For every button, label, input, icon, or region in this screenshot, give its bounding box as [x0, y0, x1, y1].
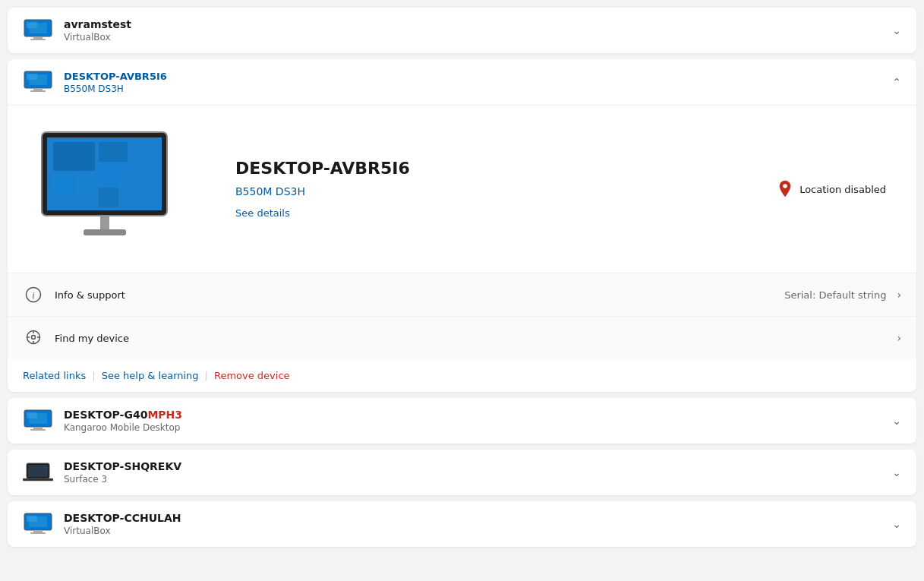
info-support-chevron-icon: ›	[897, 289, 901, 301]
info-support-label: Info & support	[55, 289, 784, 301]
device-card-avramstest: avramstest VirtualBox ⌄	[8, 8, 916, 53]
device-model: VirtualBox	[64, 32, 131, 43]
find-device-chevron-icon: ›	[897, 332, 901, 344]
device-model-cchulah: VirtualBox	[64, 526, 181, 536]
device-header-left-g40mph3: DESKTOP-G40MPH3 Kangaroo Mobile Desktop	[23, 409, 182, 433]
svg-rect-16	[99, 165, 128, 185]
chevron-down-icon-cchulah: ⌄	[892, 518, 901, 530]
svg-rect-14	[76, 174, 96, 194]
monitor-illustration	[38, 128, 190, 250]
svg-rect-17	[99, 188, 118, 207]
links-row: Related links | See help & learning | Re…	[8, 359, 916, 392]
location-section: Location disabled	[777, 179, 886, 199]
device-model-g40mph3: Kangaroo Mobile Desktop	[64, 422, 182, 433]
see-help-learning-link[interactable]: See help & learning	[102, 370, 199, 381]
desktop-icon-cchulah	[23, 512, 53, 536]
device-card-desktop-g40mph3: DESKTOP-G40MPH3 Kangaroo Mobile Desktop …	[8, 398, 916, 444]
svg-text:i: i	[32, 290, 34, 301]
device-name-cchulah: DESKTOP-CCHULAH	[64, 512, 181, 524]
info-support-value: Serial: Default string	[784, 289, 886, 301]
device-header-desktop-avbr5i6[interactable]: DESKTOP-AVBR5I6 B550M DS3H ⌃	[8, 59, 916, 106]
see-details-link[interactable]: See details	[235, 207, 290, 219]
separator-1: |	[92, 370, 95, 381]
svg-rect-31	[27, 412, 37, 418]
svg-rect-2	[27, 22, 37, 28]
svg-rect-19	[84, 229, 126, 235]
device-header-cchulah[interactable]: DESKTOP-CCHULAH VirtualBox ⌄	[8, 501, 916, 547]
svg-point-20	[783, 184, 787, 188]
desktop-icon	[23, 18, 53, 43]
info-support-row[interactable]: i Info & support Serial: Default string …	[8, 273, 916, 317]
svg-rect-40	[33, 530, 43, 532]
device-header-shqrekv[interactable]: DESKTOP-SHQREKV Surface 3 ⌄	[8, 450, 916, 495]
device-model-shqrekv: Surface 3	[64, 474, 181, 485]
device-model-name: B550M DS3H	[235, 185, 731, 197]
device-name-info: avramstest VirtualBox	[64, 18, 131, 43]
chevron-down-icon-shqrekv: ⌄	[892, 466, 901, 478]
device-card-desktop-avbr5i6: DESKTOP-AVBR5I6 B550M DS3H ⌃ DESKTOP-	[8, 59, 916, 392]
location-pin-icon	[777, 179, 793, 199]
device-card-desktop-shqrekv: DESKTOP-SHQREKV Surface 3 ⌄	[8, 450, 916, 495]
find-my-device-row[interactable]: Find my device ›	[8, 317, 916, 359]
device-header-left-shqrekv: DESKTOP-SHQREKV Surface 3	[23, 460, 181, 485]
device-card-desktop-cchulah: DESKTOP-CCHULAH VirtualBox ⌄	[8, 501, 916, 547]
desktop-icon-avbr5i6	[23, 70, 53, 94]
device-name-g40mph3: DESKTOP-G40MPH3	[64, 409, 182, 421]
svg-rect-13	[53, 174, 73, 194]
svg-rect-18	[100, 216, 109, 231]
find-device-label: Find my device	[55, 333, 897, 344]
svg-rect-41	[30, 532, 46, 534]
device-name-shqrekv: DESKTOP-SHQREKV	[64, 460, 181, 472]
device-name-info-shqrekv: DESKTOP-SHQREKV Surface 3	[64, 460, 181, 485]
location-status-text: Location disabled	[799, 184, 886, 195]
chevron-down-icon: ⌄	[892, 24, 901, 36]
svg-point-24	[32, 336, 36, 339]
svg-rect-8	[33, 88, 43, 90]
svg-rect-32	[33, 427, 43, 429]
laptop-icon-shqrekv	[23, 460, 53, 485]
device-name: avramstest	[64, 18, 131, 30]
name-part2: MPH3	[147, 409, 182, 421]
chevron-up-icon: ⌃	[892, 76, 901, 88]
expanded-content: DESKTOP-AVBR5I6 B550M DS3H See details L…	[8, 106, 916, 273]
device-header-avramstest[interactable]: avramstest VirtualBox ⌄	[8, 8, 916, 53]
svg-rect-9	[30, 90, 46, 92]
svg-rect-3	[33, 36, 43, 39]
chevron-down-icon-g40mph3: ⌄	[892, 415, 901, 427]
device-header-left: avramstest VirtualBox	[23, 18, 131, 43]
name-part1: DESKTOP-G40	[64, 409, 147, 421]
device-name-info-g40mph3: DESKTOP-G40MPH3 Kangaroo Mobile Desktop	[64, 409, 182, 433]
device-header-left-cchulah: DESKTOP-CCHULAH VirtualBox	[23, 512, 181, 536]
svg-rect-39	[27, 516, 37, 522]
svg-rect-7	[27, 74, 37, 80]
expanded-device-name: DESKTOP-AVBR5I6	[64, 71, 167, 82]
device-big-name: DESKTOP-AVBR5I6	[235, 159, 731, 178]
info-icon: i	[23, 284, 44, 305]
svg-rect-4	[30, 39, 46, 40]
separator-2: |	[205, 370, 208, 381]
expanded-name-info: DESKTOP-AVBR5I6 B550M DS3H	[64, 71, 167, 94]
expanded-header-left: DESKTOP-AVBR5I6 B550M DS3H	[23, 70, 167, 94]
desktop-icon-g40mph3	[23, 409, 53, 433]
device-name-info-cchulah: DESKTOP-CCHULAH VirtualBox	[64, 512, 181, 536]
svg-rect-12	[53, 142, 95, 171]
svg-rect-15	[99, 142, 128, 162]
svg-rect-36	[23, 478, 53, 481]
device-info-section: DESKTOP-AVBR5I6 B550M DS3H See details	[235, 159, 731, 219]
device-header-g40mph3[interactable]: DESKTOP-G40MPH3 Kangaroo Mobile Desktop …	[8, 398, 916, 444]
related-links-link[interactable]: Related links	[23, 370, 86, 381]
location-icon	[23, 327, 44, 349]
svg-rect-35	[28, 465, 48, 477]
expanded-device-model: B550M DS3H	[64, 84, 167, 94]
remove-device-link[interactable]: Remove device	[214, 370, 290, 381]
svg-rect-33	[30, 429, 46, 431]
